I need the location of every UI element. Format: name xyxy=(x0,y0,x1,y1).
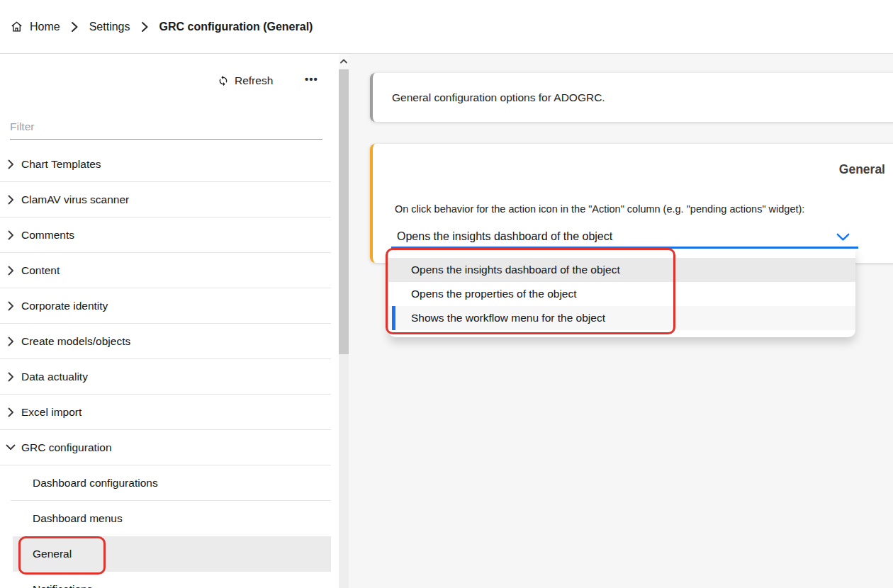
sidebar-item-excel-import[interactable]: Excel import xyxy=(0,395,331,430)
filter-field xyxy=(10,115,322,140)
settings-tree: Chart Templates ClamAV virus scanner Com… xyxy=(0,147,331,588)
refresh-label: Refresh xyxy=(235,74,273,87)
dropdown-option-workflow-menu[interactable]: Shows the workflow menu for the object xyxy=(388,306,855,330)
dropdown-option-properties[interactable]: Opens the properties of the object xyxy=(388,282,855,306)
filter-input[interactable] xyxy=(10,115,322,139)
sidebar-item-comments[interactable]: Comments xyxy=(0,217,331,253)
chevron-right-icon xyxy=(141,21,149,33)
sidebar-item-clamav-virus-scanner[interactable]: ClamAV virus scanner xyxy=(0,182,331,217)
sidebar-item-dashboard-configurations[interactable]: Dashboard configurations xyxy=(0,465,331,501)
settings-catalog-sidebar: Refresh ••• Chart Templates ClamAV virus… xyxy=(0,54,331,588)
chevron-right-icon xyxy=(0,337,21,346)
chevron-right-icon xyxy=(0,230,21,240)
sidebar-item-content[interactable]: Content xyxy=(0,253,331,288)
info-banner: General configuration options for ADOGRC… xyxy=(370,73,893,122)
chevron-right-icon xyxy=(0,372,21,382)
refresh-icon xyxy=(218,75,229,86)
sidebar-item-chart-templates[interactable]: Chart Templates xyxy=(0,147,331,182)
chevron-down-icon xyxy=(836,233,850,242)
refresh-button[interactable]: Refresh xyxy=(215,73,276,89)
info-banner-text: General configuration options for ADOGRC… xyxy=(392,91,605,104)
header-bar: Home Settings GRC configuration (General… xyxy=(0,0,893,54)
sidebar-item-create-models-objects[interactable]: Create models/objects xyxy=(0,324,331,359)
breadcrumb-home[interactable]: Home xyxy=(30,21,60,33)
settings-content-panel: General configuration options for ADOGRC… xyxy=(349,54,893,588)
more-options-button[interactable]: ••• xyxy=(302,72,321,86)
chevron-up-icon xyxy=(340,59,347,64)
sidebar-item-general[interactable]: General xyxy=(0,536,331,572)
chevron-down-icon xyxy=(0,444,21,451)
sidebar-item-grc-configuration[interactable]: GRC configuration xyxy=(0,430,331,465)
more-options-icon: ••• xyxy=(305,73,318,85)
home-icon[interactable] xyxy=(10,20,23,33)
breadcrumb-settings[interactable]: Settings xyxy=(89,21,130,33)
app-window: Home Settings GRC configuration (General… xyxy=(0,0,893,588)
chevron-right-icon xyxy=(0,195,21,205)
breadcrumb: Home Settings GRC configuration (General… xyxy=(0,20,313,33)
field-label: On click behavior for the action icon in… xyxy=(395,203,804,215)
chevron-right-icon xyxy=(0,266,21,276)
chevron-right-icon xyxy=(71,21,79,33)
sidebar-item-dashboard-menus[interactable]: Dashboard menus xyxy=(0,501,331,536)
dropdown-option-insights-dashboard[interactable]: Opens the insights dashboard of the obje… xyxy=(388,258,855,282)
sidebar-item-corporate-identity[interactable]: Corporate identity xyxy=(0,288,331,324)
sidebar-item-notifications[interactable]: Notifications xyxy=(0,572,331,588)
section-title: General xyxy=(373,162,885,177)
scrollbar-thumb[interactable] xyxy=(339,69,349,354)
sidebar-toolbar: Refresh ••• xyxy=(0,54,331,94)
sidebar-scrollbar[interactable] xyxy=(339,54,349,588)
scroll-up-button[interactable] xyxy=(339,54,349,69)
breadcrumb-current: GRC configuration (General) xyxy=(159,21,313,33)
chevron-right-icon xyxy=(0,159,21,169)
sidebar-item-data-actuality[interactable]: Data actuality xyxy=(0,359,331,395)
select-dropdown-list: Opens the insights dashboard of the obje… xyxy=(388,249,855,337)
select-value: Opens the insights dashboard of the obje… xyxy=(397,230,612,243)
onclick-behavior-select[interactable]: Opens the insights dashboard of the obje… xyxy=(391,223,858,249)
general-section-card: General On click behavior for the action… xyxy=(370,144,893,263)
select-focus-underline xyxy=(391,247,858,249)
chevron-right-icon xyxy=(0,407,21,417)
chevron-right-icon xyxy=(0,301,21,311)
